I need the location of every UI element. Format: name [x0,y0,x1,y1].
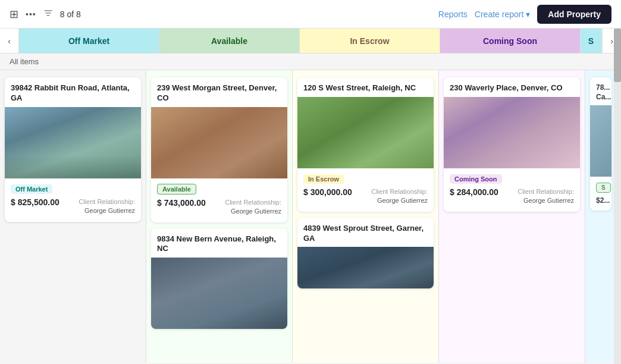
card-price: $ 743,000.00 [157,198,206,208]
card-header: 78...Ca... [590,77,611,105]
top-bar-left: ⊞ ••• 8 of 8 [10,8,81,21]
status-badge: Coming Soon [450,174,502,184]
card-client: Client Relationship: George Gutierrez [225,198,281,216]
card-body: In Escrow $ 300,000.00 Client Relationsh… [297,168,434,212]
card-body: Available $ 743,000.00 Client Relationsh… [151,178,287,222]
card-client: Client Relationship: George Gutierrez [518,187,574,206]
status-badge: S [596,183,611,193]
card-body: S $2... [590,177,611,211]
client-label: Client Relationship: [518,187,574,196]
card-escrow-1: 120 S West Street, Raleigh, NC In Escrow… [297,77,434,212]
board: 39842 Rabbit Run Road, Atlanta, GA Off M… [0,70,621,363]
card-address: 230 Waverly Place, Denver, CO [450,83,574,93]
card-image [5,107,141,178]
card-header: 120 S West Street, Raleigh, NC [297,77,434,97]
column-off-market: 39842 Rabbit Run Road, Atlanta, GA Off M… [0,70,146,363]
column-tabs: ‹ Off Market Available In Escrow Coming … [0,29,621,54]
card-image [297,247,434,288]
card-image [297,97,434,168]
card-price-row: $ 284,000.00 Client Relationship: George… [450,187,574,206]
card-address: 9834 New Bern Avenue, Raleigh, NC [157,234,281,255]
client-label: Client Relationship: [225,198,281,207]
add-property-button[interactable]: Add Property [537,5,611,24]
create-report-btn[interactable]: Create report ▾ [475,10,530,19]
card-image [151,107,287,178]
card-header: 4839 West Sprout Street, Garner, GA [297,218,434,247]
client-name: George Gutierrez [79,206,135,215]
card-price-row: $ 825,500.00 Client Relationship: George… [11,197,135,216]
tab-coming-soon[interactable]: Coming Soon [440,29,581,53]
client-label: Client Relationship: [371,187,428,196]
card-price: $ 284,000.00 [450,187,498,197]
reports-link[interactable]: Reports [438,10,468,19]
card-address: 120 S West Street, Raleigh, NC [303,83,428,93]
tab-available[interactable]: Available [159,29,300,53]
status-badge: Available [157,184,196,194]
card-body: Off Market $ 825,500.00 Client Relations… [5,178,141,222]
card-header: 230 Waverly Place, Denver, CO [444,77,580,97]
card-available-2: 9834 New Bern Avenue, Raleigh, NC [151,228,287,330]
status-badge: In Escrow [303,174,344,184]
card-price: $ 300,000.00 [303,187,352,197]
top-bar: ⊞ ••• 8 of 8 Reports Create report ▾ Add… [0,0,621,29]
card-client: Client Relationship: George Gutierrez [79,197,135,216]
card-price-row: $ 300,000.00 Client Relationship: George… [303,187,428,206]
tab-sold[interactable]: S [581,29,602,53]
tab-in-escrow[interactable]: In Escrow [300,29,440,53]
card-off-market-1: 39842 Rabbit Run Road, Atlanta, GA Off M… [5,77,141,222]
column-coming-soon: 230 Waverly Place, Denver, CO Coming Soo… [439,70,585,363]
grid-icon[interactable]: ⊞ [10,8,18,21]
create-report-label: Create report [475,10,523,19]
card-address: 39842 Rabbit Run Road, Atlanta, GA [11,83,135,103]
card-escrow-2: 4839 West Sprout Street, Garner, GA [297,218,434,289]
client-name: George Gutierrez [225,207,281,216]
all-items-bar: All items [0,54,621,70]
tab-off-market[interactable]: Off Market [19,29,159,53]
card-price: $ 825,500.00 [11,197,59,207]
status-badge: Off Market [11,184,52,194]
column-partial: 78...Ca... S $2... [585,70,616,363]
all-items-label: All items [10,57,39,66]
chevron-down-icon: ▾ [526,10,530,19]
client-name: George Gutierrez [518,196,574,205]
card-available-1: 239 West Morgan Street, Denver, CO Avail… [151,77,287,222]
card-address: 239 West Morgan Street, Denver, CO [157,83,281,103]
filter-icon[interactable] [43,8,53,20]
client-name: George Gutierrez [371,196,428,205]
card-client: Client Relationship: George Gutierrez [371,187,428,206]
card-address: 4839 West Sprout Street, Garner, GA [303,224,428,244]
card-address: 78...Ca... [596,83,606,102]
card-header: 9834 New Bern Avenue, Raleigh, NC [151,228,287,258]
card-coming-soon-1: 230 Waverly Place, Denver, CO Coming Soo… [444,77,580,212]
scrollbar-track[interactable] [614,70,621,363]
scroll-left-arrow[interactable]: ‹ [0,29,19,53]
card-header: 239 West Morgan Street, Denver, CO [151,77,287,107]
top-bar-right: Reports Create report ▾ Add Property [438,5,611,24]
card-body: Coming Soon $ 284,000.00 Client Relation… [444,168,580,212]
card-partial-1: 78...Ca... S $2... [590,77,611,211]
card-image [590,105,611,177]
more-icon[interactable]: ••• [26,10,36,19]
count-badge: 8 of 8 [60,10,81,19]
column-available: 239 West Morgan Street, Denver, CO Avail… [146,70,293,363]
card-image [444,97,580,168]
column-in-escrow: 120 S West Street, Raleigh, NC In Escrow… [293,70,439,363]
card-image [151,258,287,329]
scrollbar-thumb[interactable] [614,70,621,82]
client-label: Client Relationship: [79,197,135,206]
card-header: 39842 Rabbit Run Road, Atlanta, GA [5,77,141,107]
card-price-row: $ 743,000.00 Client Relationship: George… [157,198,281,216]
